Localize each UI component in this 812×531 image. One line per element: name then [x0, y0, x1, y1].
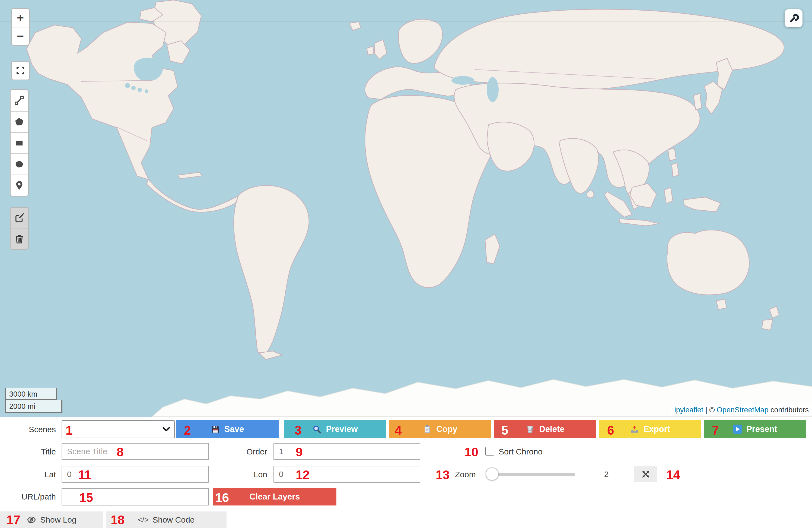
order-input[interactable] — [274, 443, 420, 460]
trash-icon — [14, 233, 25, 244]
rectangle-icon — [14, 137, 25, 149]
map-settings-button[interactable] — [785, 9, 802, 27]
save-button[interactable]: Save — [176, 420, 279, 438]
zoom-control: + − — [11, 8, 30, 46]
scale-km: 3000 km — [5, 388, 57, 400]
scenes-select[interactable] — [62, 420, 175, 438]
copy-label: Copy — [436, 424, 458, 434]
clear-layers-button[interactable]: Clear Layers — [213, 488, 336, 505]
attribution-copy: © — [709, 406, 716, 414]
url-path-input[interactable] — [62, 488, 209, 505]
map-canvas[interactable]: + − — [0, 0, 812, 417]
title-label: Title — [0, 443, 56, 460]
url-path-label: URL/path — [0, 488, 56, 505]
clipboard-icon — [423, 424, 432, 434]
zoom-in-button[interactable]: + — [12, 9, 29, 27]
draw-marker-button[interactable] — [11, 174, 28, 196]
openstreetmap-link[interactable]: OpenStreetMap — [717, 406, 769, 414]
scenes-label: Scenes — [0, 421, 56, 438]
edit-toolbar — [10, 207, 29, 250]
zoom-slider-label: Zoom — [455, 466, 481, 483]
sort-chrono-checkbox[interactable] — [485, 447, 494, 456]
attribution-suffix: contributors — [768, 406, 809, 414]
attribution-separator: | — [703, 406, 709, 414]
draw-circle-button[interactable] — [11, 153, 28, 174]
world-map[interactable] — [0, 0, 812, 417]
zoom-slider-track[interactable] — [488, 473, 575, 476]
circle-icon — [14, 158, 25, 170]
title-input[interactable] — [62, 443, 209, 460]
attribution: ipyleaflet | © OpenStreetMap contributor… — [671, 404, 812, 416]
play-icon — [733, 424, 742, 434]
lat-label: Lat — [0, 466, 56, 483]
preview-label: Preview — [326, 424, 358, 434]
code-icon: </> — [138, 516, 149, 524]
clear-layers-label: Clear Layers — [249, 492, 300, 502]
fullscreen-button[interactable] — [12, 61, 29, 80]
scenes-select-wrap — [62, 420, 175, 438]
fullscreen-icon — [15, 65, 26, 76]
polygon-icon — [14, 116, 25, 128]
polyline-icon — [14, 95, 25, 106]
eye-slash-icon — [27, 515, 37, 525]
map-pin-icon — [14, 180, 25, 191]
zoom-slider-handle[interactable] — [485, 467, 499, 480]
ipyleaflet-scene-editor: + − — [0, 0, 812, 531]
draw-rectangle-button[interactable] — [11, 132, 28, 153]
ipyleaflet-link[interactable]: ipyleaflet — [675, 406, 704, 414]
present-button[interactable]: Present — [704, 420, 806, 438]
show-log-label: Show Log — [40, 515, 76, 525]
draw-polyline-button[interactable] — [11, 90, 28, 111]
export-label: Export — [643, 424, 670, 434]
show-code-button[interactable]: </> Show Code — [106, 512, 227, 528]
plus-icon: + — [17, 12, 24, 24]
scale-mi: 2000 mi — [5, 400, 62, 413]
outbox-icon — [630, 424, 639, 434]
preview-button[interactable]: Preview — [284, 420, 386, 438]
wastebasket-icon — [525, 424, 535, 434]
draw-toolbar — [10, 89, 29, 197]
lon-input[interactable] — [274, 466, 420, 483]
fullscreen-control — [11, 61, 30, 80]
scale-control: 3000 km 2000 mi — [5, 388, 62, 413]
save-label: Save — [224, 424, 244, 434]
magnifier-icon — [312, 424, 321, 434]
draw-polygon-button[interactable] — [11, 111, 28, 132]
delete-label: Delete — [539, 424, 564, 434]
export-button[interactable]: Export — [599, 420, 701, 438]
copy-button[interactable]: Copy — [389, 420, 491, 438]
delete-layers-button[interactable] — [11, 228, 28, 249]
expand-map-button[interactable] — [634, 466, 657, 482]
wrench-icon — [788, 13, 799, 24]
order-label: Order — [217, 443, 267, 460]
sort-chrono-label: Sort Chrono — [499, 443, 580, 460]
zoom-readout: 2 — [598, 466, 614, 483]
zoom-out-button[interactable]: − — [12, 27, 29, 45]
som-mark-14: 14 — [666, 469, 680, 481]
present-label: Present — [746, 424, 777, 434]
som-mark-13: 13 — [436, 469, 450, 481]
save-icon — [211, 424, 220, 434]
arrows-expand-icon — [641, 470, 651, 479]
show-log-button[interactable]: Show Log — [0, 512, 103, 528]
show-code-label: Show Code — [153, 515, 194, 525]
edit-pencil-icon — [14, 212, 25, 224]
minus-icon: − — [17, 30, 24, 42]
som-mark-10: 10 — [464, 446, 478, 458]
lat-input[interactable] — [62, 466, 209, 483]
delete-button[interactable]: Delete — [494, 420, 596, 438]
lon-label: Lon — [217, 466, 267, 483]
edit-layers-button[interactable] — [11, 208, 28, 228]
